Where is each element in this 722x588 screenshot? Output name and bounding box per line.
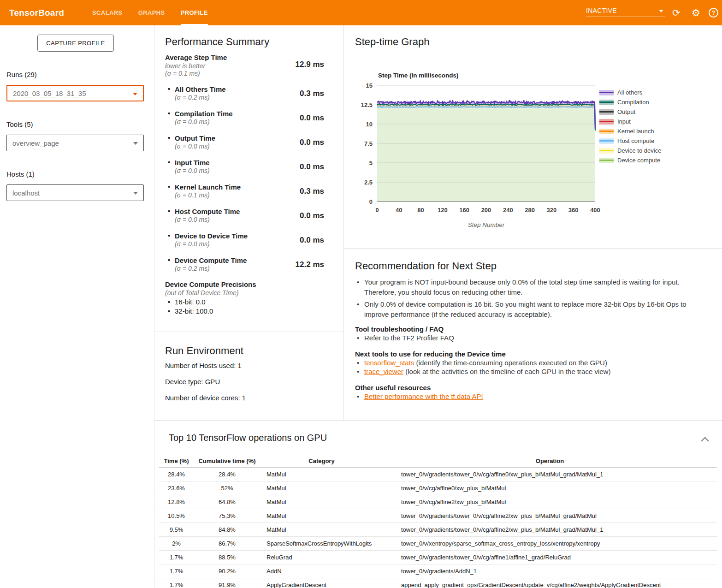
table-row: 2% 86.7% SparseSoftmaxCrossEntropyWithLo… [159, 537, 717, 551]
legend-swatch-icon [599, 109, 614, 115]
legend-line-icon [599, 160, 614, 161]
legend-item-compilation[interactable]: Compilation [599, 97, 661, 107]
tab-scalars[interactable]: SCALARS [92, 0, 123, 25]
chevron-down-icon [133, 93, 137, 95]
performance-summary-title: Performance Summary [165, 36, 269, 48]
metric-value: 12.9 ms [296, 60, 324, 69]
recommendation-title: Recommendation for Next Step [355, 260, 497, 272]
tfdata-performance-link[interactable]: Better performance with the tf.data API [364, 392, 483, 400]
metric-sigma: (σ = 0.1 ms) [165, 70, 324, 77]
app-header: TensorBoard SCALARS GRAPHS PROFILE INACT… [0, 0, 722, 25]
trace-viewer-link[interactable]: trace_viewer [364, 368, 403, 375]
legend-swatch-icon [599, 129, 614, 134]
faq-item: Refer to the TF2 Profiler FAQ [355, 334, 715, 342]
metric-host-compute-time: • Host Compute Time (σ = 0.0 ms) 0.0 ms [165, 208, 324, 226]
chevron-down-icon [133, 142, 138, 145]
step-time-graph-title: Step-time Graph [355, 36, 429, 48]
legend-item-host-compute[interactable]: Host compute [599, 136, 661, 146]
bullet-icon: • [168, 207, 170, 215]
legend-line-icon [599, 101, 614, 103]
chevron-down-icon [659, 10, 663, 12]
env-device-cores: Number of device cores: 1 [165, 394, 246, 402]
x-tick-label: 120 [438, 207, 448, 214]
legend-line-icon [599, 131, 614, 132]
runs-label: Runs (29) [6, 71, 37, 78]
column-divider [343, 25, 344, 421]
table-row: 1.7% 90.2% AddN tower_0/v/gradients/AddN… [159, 564, 717, 578]
capture-profile-button[interactable]: CAPTURE PROFILE [37, 35, 114, 52]
tools-select[interactable]: overview_page [6, 135, 144, 151]
recommendation-bullet: Your program is NOT input-bound because … [355, 277, 710, 297]
sidebar-divider [154, 25, 154, 588]
y-tick-label: 5 [369, 160, 373, 166]
legend-swatch-icon [599, 119, 614, 125]
x-tick-label: 40 [396, 207, 402, 214]
tensorboard-profile-page: TensorBoard SCALARS GRAPHS PROFILE INACT… [0, 0, 722, 588]
table-row: 23.6% 52% MatMul tower_0/v/cg/affine0/xw… [159, 481, 717, 495]
legend-item-output[interactable]: Output [599, 107, 661, 117]
y-tick-label: 10 [366, 121, 373, 128]
legend-item-input[interactable]: Input [599, 117, 661, 126]
metric-all-others-time: • All Others Time (σ = 0.2 ms) 0.3 ms [165, 85, 324, 104]
next-tool-item: tensorflow_stats (identify the time-cons… [355, 359, 715, 367]
next-tools-title: Next tools to use for reducing the Devic… [355, 350, 506, 358]
legend-label: Device compute [617, 157, 660, 164]
collapse-chevron-icon[interactable] [701, 437, 709, 445]
table-row: 28.4% 28.4% MatMul tower_0/v/gradients/t… [159, 468, 717, 481]
top-ops-table: Time (%) Cumulative time (%) Category Op… [159, 454, 717, 588]
legend-line-icon [599, 111, 614, 113]
y-tick-label: 15 [366, 82, 373, 89]
y-tick-label: 0 [369, 198, 373, 205]
run-environment-title: Run Environment [165, 345, 243, 357]
chart-title: Step Time (in milliseconds) [378, 72, 459, 79]
metric-input-time: • Input Time (σ = 0.0 ms) 0.0 ms [165, 159, 324, 177]
average-step-time: Average Step Time lower is better (σ = 0… [165, 53, 324, 77]
x-tick-label: 0 [375, 207, 379, 214]
legend-item-device-to-device[interactable]: Device to device [599, 146, 661, 155]
other-resource-item: Better performance with the tf.data API [355, 392, 715, 400]
table-row: 1.7% 88.5% ReluGrad tower_0/v/gradients/… [159, 551, 717, 564]
other-resources-title: Other useful resources [355, 384, 431, 392]
legend-line-icon [599, 140, 614, 142]
next-tool-item: trace_viewer (look at the activities on … [355, 368, 715, 375]
y-tick-label: 2.5 [364, 179, 373, 186]
env-hosts-used: Number of Hosts used: 1 [165, 362, 242, 369]
legend-swatch-icon [599, 138, 614, 144]
runs-select[interactable]: 2020_03_05_18_31_35 [6, 85, 144, 101]
refresh-icon[interactable]: ⟳ [672, 0, 681, 25]
recommendation-bullet: Only 0.0% of device computation is 16 bi… [355, 299, 710, 320]
hosts-select[interactable]: localhost [6, 184, 144, 201]
bullet-icon: • [168, 232, 170, 239]
x-tick-label: 200 [481, 207, 491, 214]
runs-select-value: 2020_03_05_18_31_35 [13, 89, 86, 97]
metric-kernel-launch-time: • Kernel Launch Time (σ = 0.1 ms) 0.3 ms [165, 183, 324, 202]
chart-legend: All othersCompilationOutputInputKernel l… [599, 88, 661, 165]
table-row: 1.7% 91.9% ApplyGradientDescent append_a… [159, 578, 717, 588]
table-row: 10.5% 75.3% MatMul tower_0/v/gradients/t… [159, 509, 717, 523]
help-icon[interactable]: ? [709, 0, 718, 25]
legend-item-device-compute[interactable]: Device compute [599, 155, 661, 165]
legend-swatch-icon [599, 100, 614, 105]
step-time-chart: 02.557.51012.515040801201602002402803203… [355, 69, 604, 231]
y-tick-label: 7.5 [364, 140, 373, 147]
device-compute-area [377, 107, 595, 202]
legend-label: Input [617, 118, 631, 125]
right-column-divider [344, 248, 722, 249]
tab-graphs[interactable]: GRAPHS [138, 0, 165, 25]
status-select[interactable]: INACTIVE [586, 5, 665, 17]
tensorflow-stats-link[interactable]: tensorflow_stats [364, 359, 414, 367]
device-compute-precisions: Device Compute Precisions (out of Total … [165, 280, 324, 315]
metric-device-compute-time: • Device Compute Time (σ = 0.2 ms) 12.2 … [165, 256, 324, 275]
gear-icon[interactable]: ⚙ [692, 0, 700, 25]
metric-output-time: • Output Time (σ = 0.0 ms) 0.0 ms [165, 134, 324, 153]
bullet-icon: • [168, 158, 170, 166]
legend-label: Device to device [617, 147, 661, 154]
legend-item-kernel-launch[interactable]: Kernel launch [599, 126, 661, 136]
x-tick-label: 360 [568, 207, 579, 214]
legend-line-icon [599, 121, 614, 122]
legend-item-all-others[interactable]: All others [599, 88, 661, 97]
legend-swatch-icon [599, 158, 614, 163]
tab-profile[interactable]: PROFILE [181, 0, 208, 25]
legend-label: Output [617, 108, 635, 115]
table-header-row: Time (%) Cumulative time (%) Category Op… [159, 454, 717, 468]
